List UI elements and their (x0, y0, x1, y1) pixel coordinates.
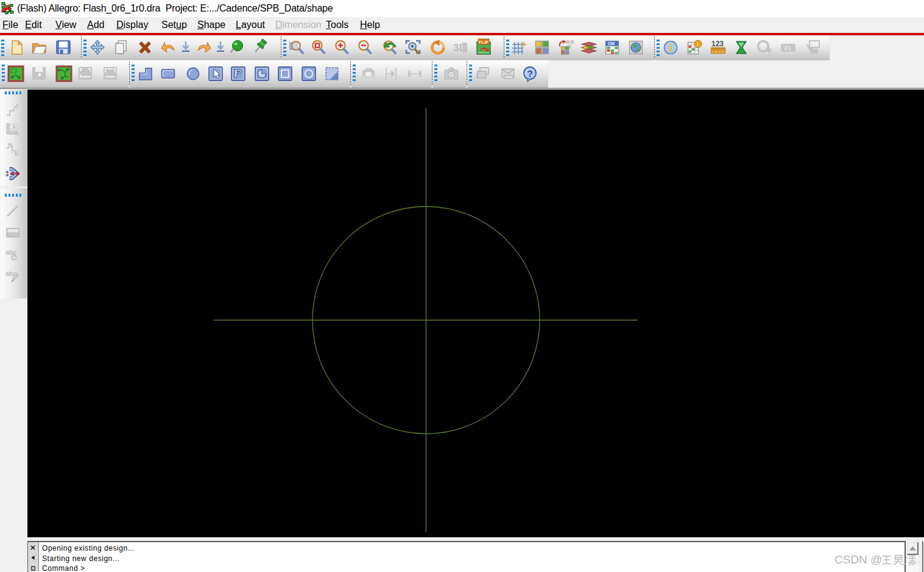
svg-text:?: ? (527, 68, 533, 79)
svg-text:abc: abc (5, 249, 17, 256)
svg-text:CM: CM (608, 41, 615, 46)
svg-text:123: 123 (711, 40, 724, 48)
svg-text:FLIP: FLIP (479, 40, 488, 45)
svg-text:F1: F1 (785, 45, 791, 51)
